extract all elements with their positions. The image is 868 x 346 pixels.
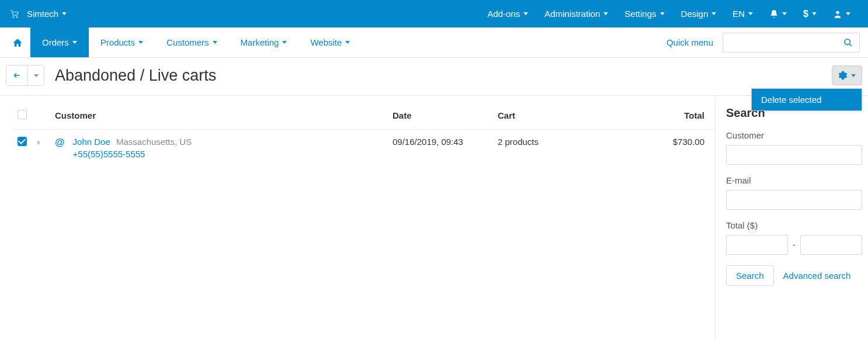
top-currency[interactable]: $ — [795, 0, 825, 27]
content-area: Customer Date Cart Total @ J — [0, 96, 868, 341]
nav-products[interactable]: Products — [89, 27, 155, 57]
customer-phone-link[interactable]: +55(55)5555-5555 — [73, 149, 145, 159]
customer-name-link[interactable]: John Doe — [73, 137, 110, 147]
svg-point-2 — [836, 11, 839, 13]
caret-down-icon — [846, 12, 850, 15]
back-button[interactable] — [6, 65, 27, 85]
nav-website[interactable]: Website — [298, 27, 362, 57]
caret-down-icon — [282, 41, 287, 44]
nav-customers[interactable]: Customers — [155, 27, 229, 57]
total-label: Total ($) — [726, 220, 862, 230]
nav-orders[interactable]: Orders — [30, 27, 89, 57]
top-settings[interactable]: Settings — [616, 0, 672, 27]
col-cart: Cart — [493, 102, 645, 130]
table-row: @ John Doe Massachusetts, US +55(55)5555… — [13, 130, 715, 167]
brand-label: Simtech — [27, 9, 58, 19]
caret-down-icon — [138, 41, 143, 44]
customer-input[interactable] — [726, 145, 862, 165]
gear-menu-button[interactable] — [832, 65, 862, 85]
email-input[interactable] — [726, 190, 862, 210]
caret-down-icon — [660, 12, 665, 15]
delete-selected-label: Delete selected — [761, 95, 821, 105]
gear-dropdown: Delete selected — [751, 88, 862, 111]
caret-down-icon — [812, 12, 817, 15]
page-title: Abandoned / Live carts — [55, 67, 216, 85]
svg-point-1 — [16, 16, 18, 18]
top-administration-label: Administration — [544, 9, 600, 19]
quick-menu-label: Quick menu — [666, 37, 713, 47]
home-icon — [12, 37, 23, 48]
top-account[interactable] — [825, 0, 859, 27]
caret-down-icon — [523, 12, 528, 15]
caret-down-icon — [851, 74, 856, 77]
col-customer: Customer — [50, 102, 388, 130]
caret-down-icon — [748, 12, 753, 15]
back-history-menu[interactable] — [27, 65, 44, 85]
col-total: Total — [645, 102, 715, 130]
search-icon — [843, 38, 853, 47]
svg-line-4 — [849, 44, 852, 46]
sidebar-search-button-label: Search — [736, 271, 764, 281]
row-expand-toggle[interactable] — [37, 140, 40, 145]
caret-down-icon — [782, 12, 787, 15]
carts-table: Customer Date Cart Total @ J — [13, 102, 715, 166]
caret-down-icon — [62, 12, 67, 15]
quick-menu[interactable]: Quick menu — [657, 27, 723, 57]
customer-label: Customer — [726, 130, 862, 140]
select-all-checkbox[interactable] — [18, 110, 27, 119]
caret-down-icon — [603, 12, 608, 15]
main-nav: Orders Products Customers Marketing Webs… — [0, 27, 868, 58]
dollar-icon: $ — [803, 9, 808, 19]
top-settings-label: Settings — [624, 9, 656, 19]
title-bar: Abandoned / Live carts Delete selected — [0, 58, 868, 96]
caret-down-icon — [213, 41, 217, 44]
customer-location: Massachusetts, US — [116, 137, 192, 147]
total-from-input[interactable] — [726, 235, 788, 255]
nav-customers-label: Customers — [166, 37, 209, 47]
row-cart: 2 products — [493, 130, 645, 167]
nav-website-label: Website — [310, 37, 342, 47]
row-date: 09/16/2019, 09:43 — [388, 130, 493, 167]
bell-icon — [769, 9, 779, 19]
gear-icon — [838, 71, 848, 80]
global-search — [723, 27, 863, 57]
top-administration[interactable]: Administration — [536, 0, 616, 27]
nav-marketing[interactable]: Marketing — [229, 27, 299, 57]
back-button-group — [6, 65, 44, 86]
advanced-search-link[interactable]: Advanced search — [783, 271, 851, 281]
total-range-dash: - — [793, 240, 796, 250]
total-to-input[interactable] — [800, 235, 862, 255]
top-right-menu: Add-ons Administration Settings Design E… — [479, 0, 859, 27]
svg-point-0 — [13, 16, 14, 18]
arrow-left-icon — [12, 71, 22, 79]
nav-orders-label: Orders — [42, 37, 69, 47]
caret-down-icon — [711, 12, 716, 15]
cart-icon — [9, 9, 20, 19]
caret-down-icon — [345, 41, 350, 44]
top-notifications[interactable] — [761, 0, 795, 27]
global-search-button[interactable] — [836, 33, 860, 53]
top-design[interactable]: Design — [673, 0, 725, 27]
global-search-input[interactable] — [723, 33, 836, 53]
sidebar-search: Search Customer E-mail Total ($) - Searc… — [715, 96, 868, 341]
brand-area: Simtech — [9, 0, 75, 27]
col-date: Date — [388, 102, 493, 130]
top-addons[interactable]: Add-ons — [479, 0, 536, 27]
email-label: E-mail — [726, 175, 862, 185]
row-total: $730.00 — [645, 130, 715, 167]
sidebar-search-button[interactable]: Search — [726, 265, 774, 286]
nav-marketing-label: Marketing — [241, 37, 279, 47]
delete-selected-item[interactable]: Delete selected — [752, 89, 862, 110]
nav-products-label: Products — [100, 37, 135, 47]
top-language[interactable]: EN — [724, 0, 761, 27]
nav-home[interactable] — [5, 27, 30, 57]
caret-down-icon — [72, 41, 77, 44]
row-checkbox[interactable] — [18, 137, 27, 146]
email-icon[interactable]: @ — [55, 137, 65, 148]
brand-menu[interactable]: Simtech — [25, 0, 75, 27]
top-design-label: Design — [681, 9, 709, 19]
top-bar: Simtech Add-ons Administration Settings … — [0, 0, 868, 27]
main-column: Customer Date Cart Total @ J — [0, 96, 715, 341]
top-addons-label: Add-ons — [487, 9, 520, 19]
caret-down-icon — [34, 74, 39, 77]
